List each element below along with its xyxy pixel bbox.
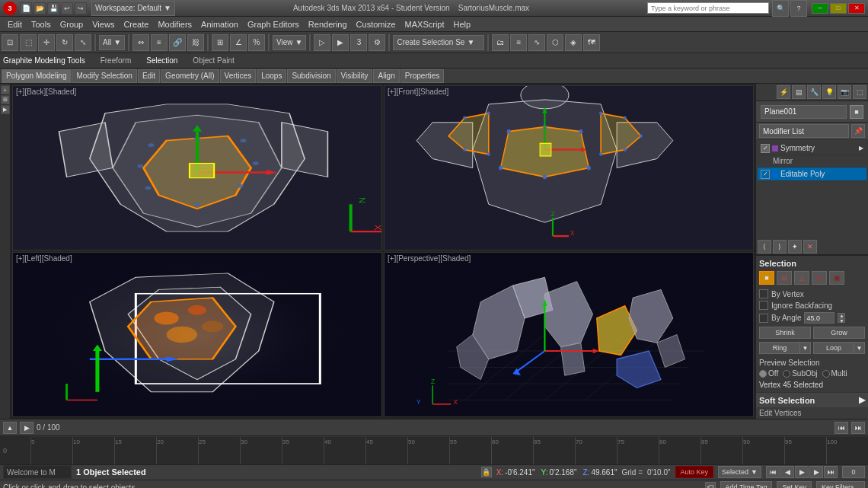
tl-play-btn[interactable]: ▶ (20, 422, 34, 434)
grow-btn[interactable]: Grow (813, 327, 865, 339)
filter-dropdown[interactable]: All ▼ (99, 35, 125, 50)
subdivision-btn[interactable]: Subdivision (287, 69, 335, 83)
visibility-btn[interactable]: Visibility (337, 69, 373, 83)
select-object-btn[interactable]: ⊡ (2, 34, 18, 51)
loop-btn[interactable]: Loop (813, 342, 854, 354)
set-key-btn[interactable]: Set Key (777, 481, 812, 488)
loop-arrow[interactable]: ▼ (854, 342, 865, 354)
tl-next-frame[interactable]: ⏭ (851, 422, 865, 434)
align-btn[interactable]: ≡ (151, 34, 168, 51)
snap-btn[interactable]: ⊞ (212, 34, 228, 51)
by-angle-checkbox[interactable] (759, 314, 768, 323)
view-tool-3[interactable]: ▶ (1, 105, 10, 114)
select-region-btn[interactable]: ⬚ (20, 34, 37, 51)
poly-mode-btn[interactable]: ● (812, 271, 827, 285)
panel-icon-5[interactable]: 📷 (838, 85, 851, 99)
view-tool-2[interactable]: ⊞ (1, 95, 10, 104)
render-type-btn[interactable]: 3 (350, 34, 367, 51)
tl-prev-frame[interactable]: ⏮ (834, 422, 848, 434)
lock-icon[interactable]: 🔒 (481, 467, 492, 477)
pin-icon[interactable]: 📌 (851, 124, 865, 138)
menu-modifiers[interactable]: Modifiers (153, 18, 196, 30)
modify-selection-btn[interactable]: Modify Selection (72, 69, 137, 83)
prev-key-btn[interactable]: ◀ (780, 466, 794, 478)
viewport-back[interactable]: [+][Back][Shaded] (12, 85, 382, 250)
modifier-checkbox[interactable]: ✓ (761, 144, 770, 153)
viewport-left[interactable]: [+][Left][Shaded] (12, 252, 382, 417)
soft-selection-header[interactable]: Soft Selection ▶ (756, 392, 868, 407)
modifier-list-dropdown[interactable]: Modifier List (759, 124, 849, 138)
scene-explorer-btn[interactable]: 🗂 (492, 34, 509, 51)
menu-customize[interactable]: Customize (352, 18, 400, 30)
redo-icon[interactable]: ↪ (75, 2, 87, 14)
close-button[interactable]: ✕ (848, 3, 865, 14)
object-color-btn[interactable]: ■ (850, 105, 863, 119)
properties-btn[interactable]: Properties (400, 69, 445, 83)
tag-icon[interactable]: 🏷 (705, 482, 716, 488)
open-icon[interactable]: 📂 (34, 2, 46, 14)
menu-create[interactable]: Create (119, 18, 153, 30)
angle-snap-btn[interactable]: ∠ (230, 34, 247, 51)
create-selection-dropdown[interactable]: Create Selection Se ▼ (393, 35, 484, 50)
selection-section[interactable]: Selection (146, 56, 177, 65)
panel-icon-1[interactable]: ⚡ (777, 85, 790, 99)
delete-modifier-btn[interactable]: ✕ (803, 240, 817, 254)
ring-arrow[interactable]: ▼ (800, 342, 811, 354)
edge-mode-btn[interactable]: ⊟ (777, 271, 792, 285)
scale-btn[interactable]: ⤡ (75, 34, 91, 51)
multi-radio[interactable]: Multi (822, 369, 847, 378)
menu-views[interactable]: Views (88, 18, 119, 30)
autokey-button[interactable]: Auto Key (675, 466, 714, 478)
nav-bottom-icon[interactable]: ⟨ (758, 240, 771, 254)
help-icon[interactable]: ? (790, 0, 807, 17)
align-btn[interactable]: Align (373, 69, 399, 83)
modifier-editable-poly[interactable]: ✓ Editable Poly (758, 167, 866, 181)
ignore-backfacing-checkbox[interactable] (759, 301, 768, 310)
selected-mode-dropdown[interactable]: Selected ▼ (718, 466, 761, 478)
edit-btn[interactable]: Edit (138, 69, 160, 83)
angle-up-icon[interactable]: ▲ (838, 313, 845, 317)
element-mode-btn[interactable]: ▣ (829, 271, 844, 285)
viewport-perspective[interactable]: [+][Perspective][Shaded] (384, 252, 754, 417)
unlink-btn[interactable]: ⛓ (187, 34, 204, 51)
polygon-modeling-btn[interactable]: Polygon Modeling (2, 69, 72, 83)
shrink-btn[interactable]: Shrink (759, 327, 811, 339)
menu-tools[interactable]: Tools (27, 18, 56, 30)
link-btn[interactable]: 🔗 (169, 34, 186, 51)
view-dropdown[interactable]: View ▼ (273, 35, 306, 50)
freeform-section[interactable]: Freeform (101, 56, 132, 65)
keyword-search-input[interactable] (647, 2, 769, 14)
menu-group[interactable]: Group (56, 18, 88, 30)
timeline-ruler[interactable]: 5 10 15 20 25 30 35 40 45 50 55 60 65 70… (30, 436, 868, 464)
render-scene-btn[interactable]: ▷ (314, 34, 330, 51)
panel-icon-2[interactable]: ▤ (792, 85, 806, 99)
subobj-radio[interactable]: SubObj (783, 369, 817, 378)
new-icon[interactable]: 📄 (20, 2, 32, 14)
nav-top-icon[interactable]: ⟩ (773, 240, 787, 254)
rotate-btn[interactable]: ↻ (56, 34, 73, 51)
by-vertex-checkbox[interactable] (759, 289, 768, 298)
menu-graph-editors[interactable]: Graph Editors (243, 18, 304, 30)
off-radio[interactable]: Off (759, 369, 778, 378)
angle-spinner[interactable]: ▲ ▼ (838, 313, 845, 323)
render-frame-btn[interactable]: ▶ (332, 34, 349, 51)
play-btn[interactable]: ▶ (795, 466, 809, 478)
panel-icon-4[interactable]: 💡 (822, 85, 836, 99)
modifier-checkbox-2[interactable]: ✓ (761, 170, 770, 179)
menu-animation[interactable]: Animation (196, 18, 243, 30)
border-mode-btn[interactable]: △ (794, 271, 809, 285)
vertex-mode-btn[interactable]: ■ (759, 271, 774, 285)
curve-editor-btn[interactable]: ∿ (528, 34, 545, 51)
angle-value-input[interactable] (804, 312, 834, 324)
minimize-button[interactable]: ─ (812, 3, 828, 14)
make-unique-btn[interactable]: ✦ (788, 240, 802, 254)
undo-icon[interactable]: ↩ (61, 2, 73, 14)
geometry-all-btn[interactable]: Geometry (All) (161, 69, 219, 83)
percent-snap-btn[interactable]: % (248, 34, 265, 51)
add-time-tag-btn[interactable]: Add Time Tag (720, 481, 773, 488)
goto-end-btn[interactable]: ⏭ (824, 466, 838, 478)
move-btn[interactable]: ✛ (38, 34, 55, 51)
ring-btn[interactable]: Ring (759, 342, 800, 354)
loops-btn[interactable]: Loops (257, 69, 286, 83)
angle-down-icon[interactable]: ▼ (838, 318, 845, 323)
